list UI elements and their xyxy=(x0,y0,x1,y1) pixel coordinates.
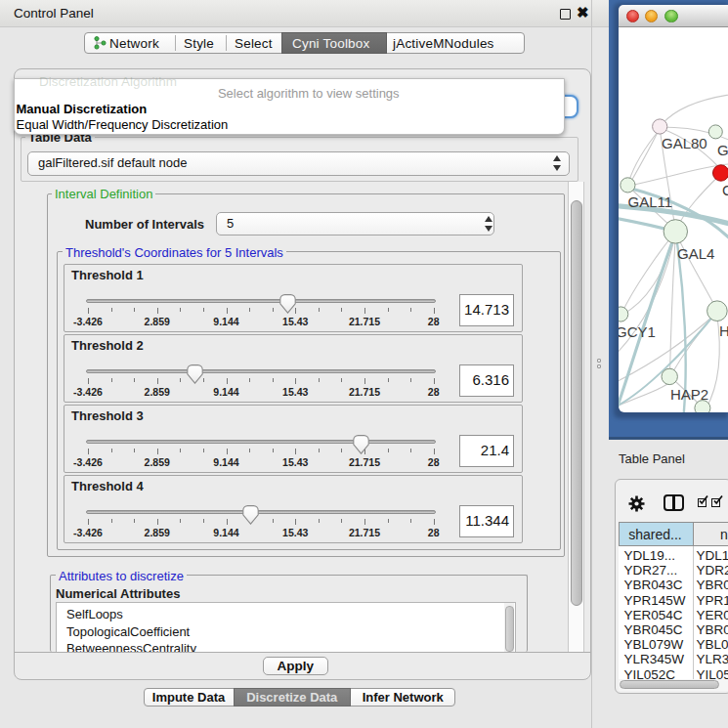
svg-text:GAL80: GAL80 xyxy=(662,135,707,151)
svg-text:GAL11: GAL11 xyxy=(627,193,672,210)
svg-text:C: C xyxy=(722,182,728,198)
svg-text:GAL4: GAL4 xyxy=(677,245,714,262)
svg-text:G: G xyxy=(717,142,728,158)
svg-text:H: H xyxy=(719,322,728,339)
svg-text:GCY1: GCY1 xyxy=(619,323,656,340)
svg-text:HAP2: HAP2 xyxy=(670,386,708,403)
